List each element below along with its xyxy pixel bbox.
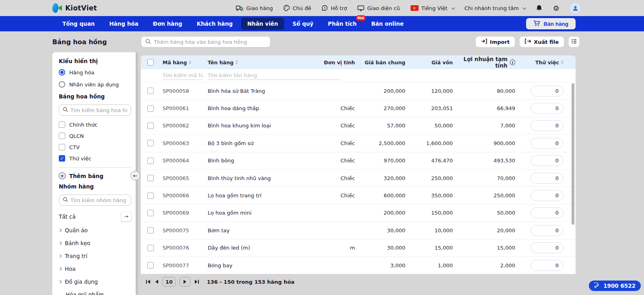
group-all-row[interactable]: Tất cả → xyxy=(59,211,131,221)
column-header-code[interactable]: Mã hàng xyxy=(163,59,208,66)
product-name[interactable]: Lọ hoa gốm trang trí xyxy=(208,193,317,199)
product-name[interactable]: Bóng bay xyxy=(208,262,317,268)
filter-code-input[interactable] xyxy=(163,71,203,80)
add-product-search[interactable] xyxy=(141,36,270,47)
nav-item[interactable]: Sổ quỹ xyxy=(287,18,320,30)
trial-commission-input[interactable] xyxy=(530,120,564,131)
commission-checkbox-row[interactable]: Chính thức xyxy=(59,121,131,128)
commission-checkbox-row[interactable]: CTV xyxy=(59,144,131,150)
row-checkbox[interactable] xyxy=(147,262,154,268)
arrow-right-icon[interactable]: → xyxy=(121,211,131,221)
import-button-label: Import xyxy=(490,39,510,45)
row-checkbox[interactable] xyxy=(147,88,154,94)
row-checkbox[interactable] xyxy=(147,140,154,146)
product-code: SP000061 xyxy=(163,105,208,111)
filter-name-input[interactable] xyxy=(208,71,341,80)
row-checkbox[interactable] xyxy=(147,245,154,251)
product-group-search[interactable] xyxy=(59,195,131,206)
topbar-link-delivery[interactable]: Giao hàng xyxy=(236,5,273,11)
nav-item[interactable]: Hàng hóa xyxy=(103,18,144,30)
product-name[interactable]: Bình hoa khung kim loại xyxy=(208,123,317,129)
page-size-selector[interactable]: 10 xyxy=(162,277,176,287)
nav-item[interactable]: Khách hàng xyxy=(191,18,239,30)
sell-button[interactable]: Bán hàng xyxy=(526,18,576,29)
product-name[interactable]: Bơm tay xyxy=(208,227,317,234)
display-type-option[interactable]: Hàng hóa xyxy=(59,69,131,76)
topbar-link-old-interface[interactable]: Giao diện cũ xyxy=(357,5,400,11)
commission-search-input[interactable] xyxy=(70,107,127,113)
trial-commission-input[interactable] xyxy=(530,242,564,253)
product-name[interactable]: Bình bông xyxy=(208,158,317,164)
trial-commission-input[interactable] xyxy=(530,103,564,114)
import-button[interactable]: Import xyxy=(475,36,515,47)
sidebar-collapse-button[interactable]: ← xyxy=(130,171,140,180)
info-icon[interactable]: i xyxy=(510,59,515,65)
previous-page-button[interactable] xyxy=(155,279,159,284)
row-checkbox[interactable] xyxy=(147,210,154,216)
display-type-option[interactable]: Nhân viên áp dụng xyxy=(59,81,131,88)
commission-search[interactable] xyxy=(59,104,131,116)
add-product-search-input[interactable] xyxy=(154,39,266,45)
language-selector[interactable]: ★ Tiếng Việt xyxy=(411,5,454,11)
product-name[interactable]: Lọ hoa gốm mini xyxy=(208,210,317,216)
row-checkbox[interactable] xyxy=(147,105,154,112)
nav-item[interactable]: Bán online xyxy=(365,18,410,30)
column-header-name[interactable]: Tên hàng xyxy=(208,59,317,66)
notification-bell-icon[interactable] xyxy=(536,4,543,12)
first-page-button[interactable] xyxy=(146,279,151,284)
product-group-item[interactable]: Đồ gia dụng xyxy=(59,275,131,288)
topbar-link-support[interactable]: Hỗ trợ xyxy=(322,5,347,11)
trial-commission-input[interactable] xyxy=(530,173,564,184)
product-group-item[interactable]: Quần áo xyxy=(59,224,131,237)
product-group-search-input[interactable] xyxy=(70,197,127,203)
nav-item[interactable]: Phân tích Mới xyxy=(322,18,363,30)
row-checkbox[interactable] xyxy=(147,227,154,234)
topbar-link-theme[interactable]: Chủ đề xyxy=(283,5,311,11)
row-checkbox[interactable] xyxy=(147,158,154,164)
product-name[interactable]: Dây đèn led (m) xyxy=(208,245,317,251)
product-group-item[interactable]: Trang trí xyxy=(59,250,131,262)
branch-selector[interactable]: Chi nhánh trung tâm xyxy=(464,5,525,11)
column-header-trial[interactable]: Thử việc xyxy=(515,59,564,66)
table-scrollbar[interactable] xyxy=(572,83,574,225)
product-name[interactable]: Bình hoa dáng thấp xyxy=(208,105,317,111)
trial-commission-input[interactable] xyxy=(530,155,564,166)
sort-icon xyxy=(561,60,564,64)
nav-item[interactable]: Đơn hàng xyxy=(147,18,188,30)
product-group-item[interactable]: Hóa mỹ phẩm xyxy=(59,288,131,295)
product-cost: 476,470 xyxy=(405,158,453,164)
support-phone-label: 1900 6522 xyxy=(603,283,636,289)
next-page-button[interactable] xyxy=(180,277,190,287)
support-chat-button[interactable]: 1900 6522 xyxy=(589,281,641,291)
add-table-button[interactable]: + Thêm bảng xyxy=(59,172,131,179)
product-group-item[interactable]: Hoa xyxy=(59,262,131,275)
product-name[interactable]: Bình thủy tinh nhũ vàng xyxy=(208,175,317,181)
product-cost: 1,600,000 xyxy=(405,140,453,146)
trial-commission-input[interactable] xyxy=(530,260,564,271)
checkbox-icon xyxy=(59,133,65,139)
trial-commission-input[interactable] xyxy=(530,190,564,201)
row-checkbox[interactable] xyxy=(147,123,154,129)
product-name[interactable]: Bình hóa sứ Bát Tràng xyxy=(208,88,317,94)
nav-item[interactable]: Tổng quan xyxy=(56,18,101,30)
product-group-item[interactable]: Bánh kẹo xyxy=(59,237,131,250)
user-avatar[interactable] xyxy=(570,3,580,13)
product-profit: 7,000 xyxy=(453,123,515,129)
column-settings-button[interactable] xyxy=(568,36,580,47)
commission-checkbox-row[interactable]: Thử việc xyxy=(59,155,131,162)
last-page-button[interactable] xyxy=(194,279,199,284)
product-name[interactable]: Bộ 3 bình gốm sứ xyxy=(208,140,317,146)
select-all-checkbox[interactable] xyxy=(147,59,154,66)
trial-commission-input[interactable] xyxy=(530,207,564,218)
export-button[interactable]: Xuất file xyxy=(519,36,564,47)
trial-commission-input[interactable] xyxy=(530,86,564,96)
row-checkbox[interactable] xyxy=(147,175,154,181)
trial-commission-input[interactable] xyxy=(530,225,564,236)
kiotviet-logo[interactable]: KiotViet xyxy=(52,3,97,13)
commission-checkbox-row[interactable]: QLCN xyxy=(59,133,131,139)
table-row: SP000077 Bóng bay 3,000 1,000 2,000 xyxy=(141,257,576,274)
row-checkbox[interactable] xyxy=(147,193,154,199)
trial-commission-input[interactable] xyxy=(530,138,564,149)
gear-icon[interactable]: ⚙ xyxy=(553,4,559,12)
nav-item[interactable]: Nhân viên xyxy=(241,18,284,30)
